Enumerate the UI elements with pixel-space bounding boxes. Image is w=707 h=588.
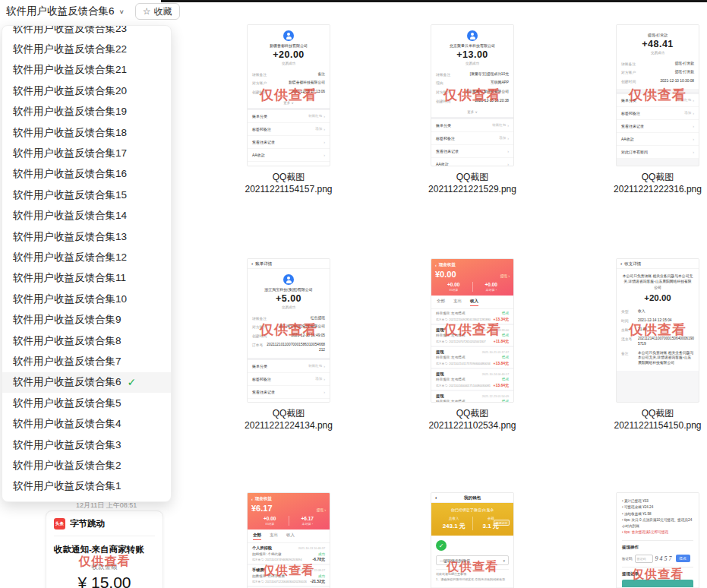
bill-summary: 提现-打赏款 +48.41 交易成功 (617, 25, 699, 58)
dropdown-item[interactable]: 软件用户收益反馈合集22 (2, 39, 171, 59)
thumbnail-image[interactable]: 北京聚量云单科技有限公司 +13.00 交易成功 转账备注[聚量夺宝]提现成功1… (431, 24, 514, 166)
thumbnail-image[interactable]: ‹ 现金收益 ¥6.17 提现 › +0.00已结算+6.17未结算 › 全部支… (247, 492, 330, 588)
file-caption: QQ截图 20211221221529.png (412, 171, 533, 195)
entry-title: 个人所得税 (252, 545, 272, 551)
entry-date: 2021-10-07 22:08:27 (298, 569, 325, 572)
dropdown-item[interactable]: 软件用户收益反馈合集23 (2, 25, 171, 39)
company-name: 提现-打赏款 (620, 33, 696, 37)
bill-menu: 账单分类转账红包›标签和备注添加›查看往来记录›AA收款›对此订单有疑问› (248, 110, 330, 166)
thumbnail-image[interactable]: 累计已提现 ¥33可提现金额 ¥24.24冻结收益额 ¥1.98tips: 次日… (616, 492, 699, 588)
bill-menu-item[interactable]: 账单分类转账红包› (431, 119, 513, 132)
bytedance-payment-card[interactable]: 头条 字节跳动 收款通知-来自商家转账 收款金额 ¥ 15.00 仅供查看 (46, 511, 163, 588)
dropdown-item[interactable]: 软件用户收益反馈合集12 (2, 247, 171, 267)
bill-menu-item[interactable]: 查看往来记录› (248, 386, 330, 399)
gallery-cell[interactable]: ‹ 现金收益 ¥6.17 提现 › +0.00已结算+6.17未结算 › 全部支… (228, 492, 349, 588)
bill-menu-item[interactable]: AA收款› (617, 133, 699, 146)
dropdown-item[interactable]: 软件用户收益反馈合集5 (2, 393, 171, 413)
entry-category-text: 扣税项目: 个税代缴 (252, 552, 282, 556)
row-label: 对方账户 (252, 324, 267, 329)
bill-menu-item[interactable]: 标签和备注添加› (248, 123, 330, 136)
thumbnail-image[interactable]: ‹ 现金收益 ¥0.00 提现 › +0.00已结算+0.00未结算 › 全部支… (431, 258, 514, 403)
row-value: 北京聚量引擎科技有限公司 (465, 90, 509, 95)
file-name-line1: QQ截图 (597, 407, 707, 419)
income-tab[interactable]: 收入 (470, 299, 478, 306)
income-tab[interactable]: 全部 (253, 533, 261, 540)
income-tab[interactable]: 支出 (453, 299, 462, 306)
entry-amount: +13.34元 (494, 317, 509, 321)
dropdown-item[interactable]: 软件用户收益反馈合集17 (2, 143, 171, 163)
bill-menu-item[interactable]: AA收款› (248, 399, 330, 403)
dropdown-item-label: 软件用户收益反馈合集3 (13, 438, 122, 452)
navbar-title: 现金收益 (439, 262, 456, 267)
navbar-title: 收支详情 (624, 261, 641, 267)
row-label: 转账备注 (252, 316, 267, 321)
bill-menu-item[interactable]: 标签和备注添加› (431, 132, 513, 145)
dropdown-item[interactable]: 软件用户收益反馈合集2 (2, 455, 171, 476)
dropdown-item[interactable]: 软件用户收益反馈合集19 (2, 102, 171, 122)
bill-menu-item[interactable]: 账单分类转账红包› (248, 360, 330, 373)
toutiao-logo-icon: 头条 (54, 518, 65, 530)
dropdown-item[interactable]: 软件用户收益反馈合集8 (2, 330, 171, 351)
dropdown-item[interactable]: 软件用户收益反馈合集20 (2, 81, 171, 101)
gallery-cell[interactable]: ‹ 现金收益 ¥0.00 提现 › +0.00已结算+0.00未结算 › 全部支… (412, 258, 533, 432)
thumbnail-image[interactable]: ‹ 我的钱包 你已经绑定了微信:白鬼伞 提现记录 总收入243.1 元余额3.1… (431, 492, 514, 588)
menu-right: 转账红包› (677, 98, 694, 103)
records-table-header (622, 580, 693, 587)
bill-menu: 账单分类转账红包›标签和备注添加›查看往来记录›AA收款› (248, 360, 330, 403)
bill-menu-item[interactable]: 查看往来记录› (248, 136, 330, 149)
thumbnail-image[interactable]: 新疆善都科技有限公司 +20.00 交易成功 转账备注备注对方账户新疆善都科技有… (247, 24, 330, 166)
entry-status-badge: 提现 (502, 400, 509, 403)
dropdown-item[interactable]: 软件用户收益反馈合集1 (2, 476, 171, 497)
menu-value: 转账红包 (308, 364, 322, 368)
row-label: 创建时间 (252, 90, 267, 94)
bill-menu-item[interactable]: AA收款› (431, 158, 513, 166)
entry-date: 2021-10-24 00:40:17 (482, 373, 509, 376)
income-tab[interactable]: 收入 (286, 533, 295, 540)
thumbnail-image[interactable]: ‹ 账单详情 浙江淘宝科技(集团)有限公司 +5.00 交易成功 转账备注红包提… (247, 258, 330, 403)
bill-menu-item[interactable]: 对此订单有疑问› (248, 162, 330, 166)
bill-menu-item[interactable]: 标签和备注添加› (617, 107, 699, 120)
stat-label: 未结算 › (473, 288, 510, 292)
gallery-cell[interactable]: 累计已提现 ¥33可提现金额 ¥24.24冻结收益额 ¥1.98tips: 次日… (597, 492, 707, 588)
bill-menu-item[interactable]: 账单分类转账红包› (248, 110, 330, 123)
bill-menu-item[interactable]: 查看往来记录› (431, 145, 513, 158)
dropdown-item-label: 软件用户收益反馈合集7 (13, 355, 122, 368)
dropdown-item[interactable]: 软件用户收益反馈合集21 (2, 60, 171, 81)
bill-menu-item[interactable]: 对此订单有疑问› (617, 146, 699, 159)
dropdown-item[interactable]: 软件用户收益反馈合集10 (2, 289, 171, 309)
gallery-cell[interactable]: ‹ 账单详情 浙江淘宝科技(集团)有限公司 +5.00 交易成功 转账备注红包提… (228, 258, 349, 432)
dropdown-item[interactable]: 软件用户收益反馈合集9 (2, 309, 171, 330)
thumbnail-image[interactable]: 提现-打赏款 +48.41 交易成功 转账备注提现-打赏款对方账户提现-打赏款创… (616, 24, 699, 166)
bill-menu-item[interactable]: 账单分类转账红包› (617, 94, 699, 107)
gallery-cell[interactable]: ‹ 我的钱包 你已经绑定了微信:白鬼伞 提现记录 总收入243.1 元余额3.1… (412, 492, 533, 588)
album-title-dropdown-trigger[interactable]: 软件用户收益反馈合集6 ∨ (6, 5, 125, 18)
gallery-cell[interactable]: 提现-打赏款 +48.41 交易成功 转账备注提现-打赏款对方账户提现-打赏款创… (597, 24, 707, 195)
dropdown-item[interactable]: 软件用户收益反馈合集4 (2, 413, 171, 434)
bill-row: 创建时间2021-12-15 17:13:06 (252, 88, 325, 97)
income-tab[interactable]: 全部 (437, 299, 445, 306)
bill-menu-item[interactable]: 标签和备注添加› (248, 373, 330, 386)
dropdown-item[interactable]: 软件用户收益反馈合集18 (2, 122, 171, 143)
gallery-cell[interactable]: ‹ 收支详情 本公司只负责转账 相关业务问题与本公司无关,详情请咨询客服-山东晨… (597, 258, 707, 432)
chevron-right-icon: › (324, 166, 325, 166)
income-tab[interactable]: 支出 (270, 533, 278, 540)
dropdown-item[interactable]: 软件用户收益反馈合集7 (2, 351, 171, 371)
entry-serial-row: 流水单号: 20211007122064630020230026-21.52元 (252, 579, 325, 583)
dropdown-item[interactable]: 软件用户收益反馈合集15 (2, 185, 171, 205)
bill-menu-item[interactable]: 查看往来记录› (617, 120, 699, 133)
chevron-right-icon: › (324, 377, 325, 381)
gallery-cell[interactable]: 新疆善都科技有限公司 +20.00 交易成功 转账备注备注对方账户新疆善都科技有… (228, 24, 349, 195)
entry-amount: +11.84元 (494, 339, 509, 343)
thumbnail-image[interactable]: ‹ 收支详情 本公司只负责转账 相关业务问题与本公司无关,详情请咨询客服-山东晨… (616, 258, 699, 403)
bill-menu-item[interactable]: AA收款› (248, 149, 330, 162)
favorite-button[interactable]: ☆ 收藏 (135, 3, 180, 20)
dropdown-item[interactable]: 软件用户收益反馈合集6✓ (2, 372, 171, 393)
dropdown-item[interactable]: 软件用户收益反馈合集3 (2, 435, 171, 455)
balance: ¥0.00 (435, 270, 456, 279)
dropdown-item[interactable]: 软件用户收益反馈合集13 (2, 226, 171, 247)
back-icon: ‹ (435, 263, 437, 267)
dropdown-item[interactable]: 软件用户收益反馈合集16 (2, 164, 171, 185)
gallery-cell[interactable]: 北京聚量云单科技有限公司 +13.00 交易成功 转账备注[聚量夺宝]提现成功1… (412, 24, 533, 195)
dropdown-item[interactable]: 软件用户收益反馈合集14 (2, 206, 171, 226)
dropdown-item[interactable]: 软件用户收益反馈合集11 (2, 268, 171, 289)
